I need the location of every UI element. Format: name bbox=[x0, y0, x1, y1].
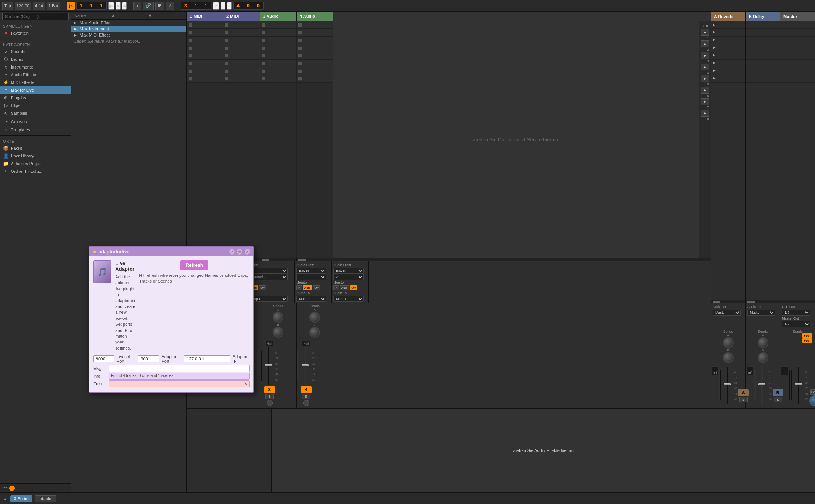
clip-slot-1-4[interactable] bbox=[187, 44, 223, 52]
monitor-off-3[interactable]: Off bbox=[313, 285, 320, 290]
sidebar-item-sounds[interactable]: ♪ Sounds bbox=[0, 48, 71, 55]
audio-to-dest-b[interactable]: Master bbox=[747, 310, 775, 316]
clip-slot-2-1[interactable] bbox=[223, 21, 260, 29]
return-a-row4[interactable]: ▶ bbox=[711, 44, 745, 52]
sidebar-item-max-for-live[interactable]: ○ Max for Live bbox=[0, 86, 71, 94]
sidebar-item-grooves[interactable]: 〜 Grooves bbox=[0, 117, 71, 126]
clip-slot-3-7[interactable] bbox=[260, 67, 296, 75]
send-a-knob-4[interactable] bbox=[309, 312, 320, 323]
master-pan-knob[interactable] bbox=[809, 395, 815, 406]
audio-to-dest-3[interactable]: Master bbox=[296, 296, 326, 302]
clip-slot-4-4[interactable] bbox=[297, 44, 333, 52]
sidebar-item-audio-effects[interactable]: ≈ Audio-Effekte bbox=[0, 71, 71, 79]
master-row7[interactable] bbox=[780, 67, 815, 75]
drop-area[interactable]: Ziehen Sie Dateien und Geräte hierhin. bbox=[333, 21, 699, 258]
clip-slot-4-2[interactable] bbox=[297, 29, 333, 37]
master-row5[interactable] bbox=[780, 52, 815, 60]
launch-all-icon[interactable]: ▷ bbox=[702, 23, 705, 28]
end-play-button[interactable]: ↗ bbox=[213, 2, 219, 10]
fader-b[interactable] bbox=[756, 366, 768, 405]
play-button[interactable]: ▶ bbox=[108, 2, 114, 10]
bar-size-section[interactable]: 1 Bar bbox=[47, 2, 60, 10]
solo-btn-4[interactable]: S bbox=[302, 394, 310, 399]
scene-btn-4[interactable]: ▶ bbox=[701, 64, 709, 70]
sidebar-item-plugins[interactable]: ⊕ Plug-ins bbox=[0, 94, 71, 102]
scene-btn-7[interactable]: ▶ bbox=[701, 98, 709, 105]
plugin-close-btn[interactable]: ✕ bbox=[244, 249, 250, 255]
fader-handle-b[interactable] bbox=[758, 383, 765, 385]
master-row1[interactable] bbox=[780, 21, 815, 29]
audio-from-ch-4[interactable]: 2 bbox=[333, 274, 363, 280]
end-position2[interactable]: 4 . 0 . 0 bbox=[233, 2, 264, 10]
record-button[interactable]: ● bbox=[122, 2, 127, 10]
adaptor-ip-input[interactable] bbox=[184, 355, 230, 362]
loop-start-icon[interactable]: ▷ bbox=[67, 2, 75, 10]
send-bb-knob[interactable] bbox=[758, 352, 768, 363]
audio-from-source-4[interactable]: Ext. In bbox=[333, 268, 363, 274]
sidebar-item-clips[interactable]: ▷ Clips bbox=[0, 102, 71, 109]
send-ba-knob[interactable] bbox=[758, 337, 768, 348]
return-resize-b[interactable] bbox=[747, 301, 755, 303]
return-b-row8[interactable] bbox=[746, 75, 780, 83]
clip-slot-2-7[interactable] bbox=[223, 67, 260, 75]
mixer-resize-4[interactable] bbox=[298, 259, 306, 261]
end-options1[interactable]: ⌐ bbox=[221, 2, 225, 10]
send-b-knob-4[interactable] bbox=[309, 327, 320, 338]
sidebar-item-favorites[interactable]: ■ Favoriten bbox=[0, 29, 71, 37]
browser-scroll-up[interactable]: ▲ bbox=[111, 13, 147, 18]
master-row2[interactable] bbox=[780, 29, 815, 37]
bpm-section[interactable]: 120.00 bbox=[15, 2, 32, 10]
return-a-row8[interactable]: ▶ bbox=[711, 75, 745, 83]
master-header[interactable]: Master bbox=[780, 12, 815, 21]
sidebar-item-samples[interactable]: ∿ Samples bbox=[0, 109, 71, 117]
monitor-in-3[interactable]: In bbox=[296, 285, 302, 290]
return-a-row6[interactable]: ▶ bbox=[711, 60, 745, 67]
time-sig-section[interactable]: 4 / 4 bbox=[33, 2, 45, 10]
return-a-row7[interactable]: ▶ bbox=[711, 67, 745, 75]
add-button[interactable]: + bbox=[133, 2, 141, 10]
fader-handle-master[interactable] bbox=[795, 383, 802, 385]
arm-btn-3[interactable] bbox=[267, 400, 273, 406]
bottom-tab-adaptor[interactable]: adaptor bbox=[35, 495, 56, 502]
link-button[interactable]: 🔗 bbox=[143, 2, 154, 10]
clip-slot-1-3[interactable] bbox=[187, 37, 223, 44]
fader-master[interactable] bbox=[793, 366, 804, 405]
return-b-row4[interactable] bbox=[746, 44, 780, 52]
clip-slot-1-7[interactable] bbox=[187, 67, 223, 75]
solo-btn-3[interactable]: S bbox=[265, 394, 274, 399]
sidebar-bottom-icon1[interactable]: 〜 bbox=[2, 485, 7, 491]
sidebar-item-current-project[interactable]: 📁 Aktuelles Proje... bbox=[0, 160, 71, 167]
audio-to-dest-4[interactable]: Master bbox=[333, 296, 363, 302]
end-options2[interactable]: ⌐ bbox=[227, 2, 231, 10]
sidebar-item-packs[interactable]: 📦 Packs bbox=[0, 144, 71, 152]
browser-item-max-midi-effect[interactable]: ▶ Max MIDI Effect bbox=[71, 32, 186, 38]
master-row3[interactable] bbox=[780, 37, 815, 44]
clip-slot-2-2[interactable] bbox=[223, 29, 260, 37]
mixer-resize-3[interactable] bbox=[262, 259, 269, 261]
plugin-settings-btn[interactable]: ⚙ bbox=[236, 249, 243, 255]
refresh-button[interactable]: Refresh bbox=[180, 260, 208, 270]
browser-scroll-down[interactable]: ▼ bbox=[148, 13, 183, 18]
sidebar-item-drums[interactable]: ⬡ Drums bbox=[0, 55, 71, 63]
fader-handle-4[interactable] bbox=[302, 364, 309, 366]
clip-slot-3-2[interactable] bbox=[260, 29, 296, 37]
clip-slot-3-3[interactable] bbox=[260, 37, 296, 44]
return-header-a[interactable]: A Reverb bbox=[711, 12, 746, 21]
scene-btn-6[interactable]: ▶ bbox=[701, 87, 709, 94]
search-input[interactable] bbox=[2, 13, 69, 20]
track-num-btn-4[interactable]: 4 bbox=[301, 386, 312, 393]
clip-slot-2-6[interactable] bbox=[223, 60, 260, 67]
cue-out-select[interactable]: 1/2 bbox=[782, 310, 810, 316]
fader-3[interactable] bbox=[263, 347, 274, 385]
clip-slot-3-1[interactable] bbox=[260, 21, 296, 29]
return-b-row6[interactable] bbox=[746, 60, 780, 67]
sidebar-item-add-folder[interactable]: + Ordner hinzufü... bbox=[0, 167, 71, 175]
return-b-row3[interactable] bbox=[746, 37, 780, 44]
arm-btn-4[interactable] bbox=[303, 400, 309, 406]
return-a-row3[interactable]: ▶ bbox=[711, 37, 745, 44]
scene-btn-3[interactable]: ▶ bbox=[701, 52, 709, 59]
return-a-row5[interactable]: ▶ bbox=[711, 52, 745, 60]
clip-slot-4-8[interactable] bbox=[297, 75, 333, 83]
error-close-btn[interactable]: ✕ bbox=[244, 381, 248, 387]
tap-section[interactable]: Tap bbox=[2, 2, 13, 10]
